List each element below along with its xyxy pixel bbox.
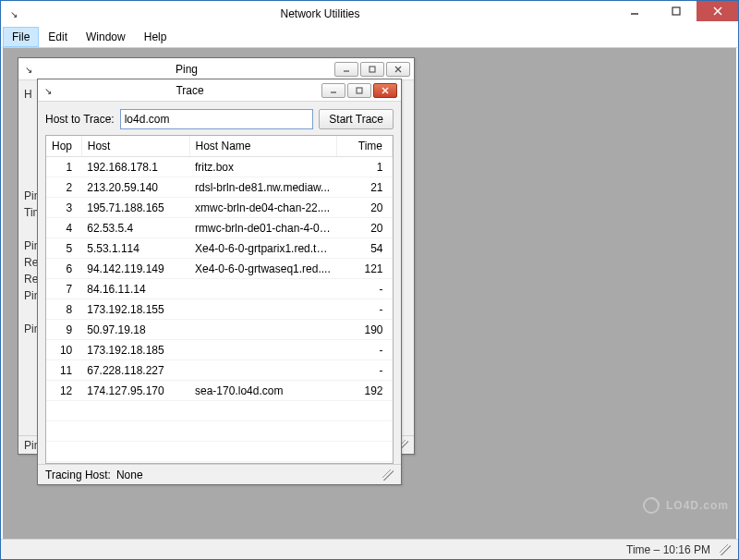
table-row[interactable]: 462.53.5.4rmwc-brln-de01-chan-4-0....20	[46, 218, 393, 238]
cell-time: -	[336, 279, 392, 299]
trace-toolbar: Host to Trace: Start Trace	[38, 102, 401, 135]
cell-hostname: xmwc-brln-de04-chan-22....	[189, 198, 336, 218]
trace-title: Trace	[58, 84, 321, 97]
trace-titlebar[interactable]: Trace	[38, 79, 401, 102]
cell-hostname: sea-170.lo4d.com	[189, 381, 336, 401]
cell-hostname	[189, 360, 336, 381]
ping-minimize-button[interactable]	[334, 62, 358, 77]
ping-window-icon	[22, 63, 35, 76]
svg-point-12	[644, 498, 659, 513]
cell-host: 50.97.19.18	[81, 320, 189, 340]
table-row[interactable]	[46, 401, 393, 421]
window-controls	[613, 1, 738, 27]
trace-window-controls	[321, 83, 397, 98]
column-header-time[interactable]: Time	[336, 136, 392, 157]
cell-hop	[46, 421, 81, 442]
cell-hop: 5	[46, 238, 81, 259]
close-button[interactable]	[697, 1, 738, 21]
cell-host: 213.20.59.140	[81, 177, 189, 198]
host-to-trace-label: Host to Trace:	[45, 113, 115, 126]
cell-hostname	[189, 340, 336, 360]
watermark: LO4D.com	[642, 496, 729, 515]
table-row[interactable]: 1167.228.118.227-	[46, 360, 393, 381]
table-row[interactable]	[46, 421, 393, 442]
table-row[interactable]: 10173.192.18.185-	[46, 340, 393, 360]
column-header-host[interactable]: Host	[81, 136, 189, 157]
cell-hostname: Xe4-0-6-0-grtwaseq1.red....	[189, 259, 336, 279]
cell-time: 21	[336, 177, 392, 198]
table-row[interactable]: 8173.192.18.155-	[46, 299, 393, 320]
cell-host: 174.127.95.170	[81, 381, 189, 401]
cell-hostname	[189, 279, 336, 299]
resize-grip-icon[interactable]	[382, 469, 394, 481]
app-title: Network Utilities	[27, 7, 613, 20]
cell-hostname	[189, 320, 336, 340]
table-row[interactable]: 950.97.19.18190	[46, 320, 393, 340]
trace-maximize-button[interactable]	[347, 83, 371, 98]
cell-hop: 12	[46, 381, 81, 401]
trace-table[interactable]: Hop Host Host Name Time 1192.168.178.1fr…	[45, 135, 394, 464]
column-header-hop[interactable]: Hop	[46, 136, 81, 157]
cell-host: 94.142.119.149	[81, 259, 189, 279]
cell-hostname: Xe4-0-6-0-grtparix1.red.te...	[189, 238, 336, 259]
cell-time	[336, 401, 392, 421]
table-row[interactable]	[46, 442, 393, 462]
ping-title: Ping	[39, 63, 334, 76]
column-header-hostname[interactable]: Host Name	[189, 136, 336, 157]
minimize-button[interactable]	[613, 1, 655, 21]
cell-hostname	[189, 401, 336, 421]
ping-maximize-button[interactable]	[360, 62, 384, 77]
cell-hostname	[189, 442, 336, 462]
cell-hop: 1	[46, 157, 81, 177]
resize-grip-icon[interactable]	[720, 544, 731, 555]
ping-titlebar[interactable]: Ping	[18, 58, 414, 80]
table-row[interactable]: 3195.71.188.165xmwc-brln-de04-chan-22...…	[46, 198, 393, 218]
table-row[interactable]: 55.53.1.114Xe4-0-6-0-grtparix1.red.te...…	[46, 238, 393, 259]
cell-hop: 4	[46, 218, 81, 238]
menubar: File Edit Window Help	[1, 27, 738, 47]
svg-rect-1	[672, 7, 680, 15]
table-row[interactable]: 2213.20.59.140rdsl-brln-de81.nw.mediaw..…	[46, 177, 393, 198]
cell-hostname	[189, 421, 336, 442]
cell-time: 54	[336, 238, 392, 259]
cell-time: 190	[336, 320, 392, 340]
main-titlebar[interactable]: Network Utilities	[1, 1, 738, 27]
trace-window[interactable]: Trace Host to Trace: Start Trace	[37, 79, 402, 485]
table-row[interactable]: 1192.168.178.1fritz.box1	[46, 157, 393, 177]
trace-minimize-button[interactable]	[321, 83, 345, 98]
maximize-button[interactable]	[655, 1, 697, 21]
menu-window[interactable]: Window	[77, 27, 135, 47]
cell-hop: 8	[46, 299, 81, 320]
cell-host	[81, 421, 189, 442]
host-to-trace-input[interactable]	[120, 109, 314, 129]
app-icon	[6, 6, 21, 21]
start-trace-button[interactable]: Start Trace	[319, 109, 394, 129]
cell-time: 1	[336, 157, 392, 177]
watermark-text: LO4D.com	[666, 499, 729, 512]
trace-close-button[interactable]	[373, 83, 397, 98]
ping-close-button[interactable]	[386, 62, 410, 77]
cell-hop: 2	[46, 177, 81, 198]
mdi-client-area: Ping H Pin Tim Pin Re Re Pin	[1, 47, 738, 539]
cell-hop: 7	[46, 279, 81, 299]
main-window: Network Utilities File Edit Window Help …	[0, 0, 739, 560]
cell-host: 192.168.178.1	[81, 157, 189, 177]
cell-time: 20	[336, 198, 392, 218]
menu-help[interactable]: Help	[135, 27, 176, 47]
cell-host: 84.16.11.14	[81, 279, 189, 299]
cell-host	[81, 442, 189, 462]
menu-file[interactable]: File	[3, 27, 39, 47]
table-row[interactable]: 694.142.119.149Xe4-0-6-0-grtwaseq1.red..…	[46, 259, 393, 279]
cell-host: 173.192.18.155	[81, 299, 189, 320]
trace-status-label: Tracing Host:	[45, 469, 111, 481]
table-header-row[interactable]: Hop Host Host Name Time	[46, 136, 393, 157]
table-row[interactable]: 12174.127.95.170sea-170.lo4d.com192	[46, 381, 393, 401]
trace-statusbar: Tracing Host: None	[38, 464, 401, 484]
cell-hop: 10	[46, 340, 81, 360]
cell-time	[336, 421, 392, 442]
table-row[interactable]: 784.16.11.14-	[46, 279, 393, 299]
cell-host	[81, 401, 189, 421]
cell-hop: 6	[46, 259, 81, 279]
menu-edit[interactable]: Edit	[39, 27, 77, 47]
trace-status-value: None	[116, 469, 143, 481]
